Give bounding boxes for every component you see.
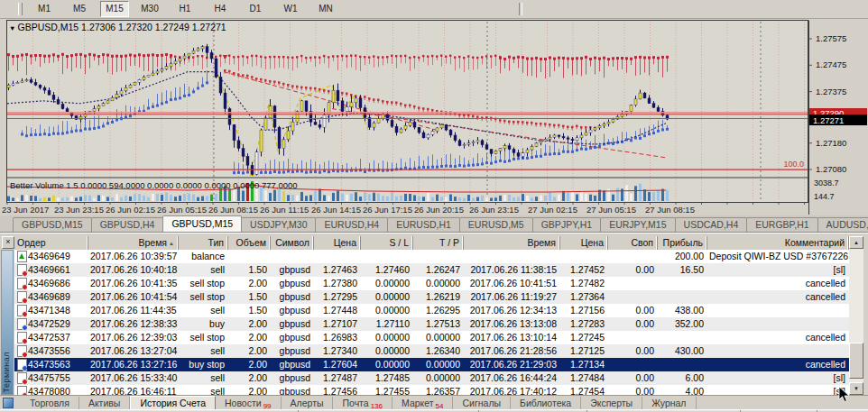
cell-type: sell stop (179, 331, 228, 344)
terminal-tab-алерты[interactable]: Алерты (282, 397, 334, 409)
svg-text:26 Jun 14:15: 26 Jun 14:15 (311, 205, 361, 215)
cell-tp: 0.00000 (413, 277, 464, 290)
column-header-2[interactable]: Тип (179, 236, 228, 250)
timeframe-button-h4[interactable]: H4 (206, 1, 235, 17)
terminal-tab-торговля[interactable]: Торговля (21, 397, 79, 409)
svg-text:1.27475: 1.27475 (816, 60, 846, 69)
toolbar-grip[interactable] (18, 3, 23, 15)
scroll-thumb[interactable] (849, 343, 863, 379)
terminal-dock-title: Терминал (2, 352, 13, 392)
cell-time2: 2017.06.26 11:19:27 (464, 290, 560, 304)
cell-price: 1.26983 (314, 331, 361, 344)
timeframe-buttons: M1M5M15M30H1H4D1W1MN (30, 1, 346, 17)
terminal-tab-сигналы[interactable]: Сигналы (453, 397, 511, 409)
terminal-dock-icon[interactable] (3, 398, 14, 408)
sell-order-icon (17, 278, 27, 289)
chart-tab-audusd-h1[interactable]: AUDUSD,H1 (817, 217, 868, 232)
svg-text:1.27375: 1.27375 (816, 87, 846, 96)
cell-comment: cancelled (707, 331, 849, 344)
terminal-tab-история-счета[interactable]: История Счета (130, 396, 216, 411)
svg-text:23 Jun 23:15: 23 Jun 23:15 (54, 205, 104, 215)
terminal-tab-маркет[interactable]: Маркет54 (392, 397, 453, 409)
cell-volume: 1.50 (228, 304, 271, 317)
history-row-43472537[interactable]: 434725372017.06.26 12:39:03sell stop2.00… (14, 331, 849, 344)
column-header-0[interactable]: Ордер (14, 236, 88, 250)
column-header-11[interactable]: Прибыль (658, 236, 707, 250)
history-row-43471348[interactable]: 434713482017.06.26 11:44:35sell1.50gbpus… (14, 304, 849, 317)
terminal-tab-активы[interactable]: Активы (79, 397, 131, 409)
cell-tp: 0.00000 (413, 371, 464, 385)
history-row-43469661[interactable]: 434696612017.06.26 10:40:18sell1.50gbpus… (14, 263, 849, 277)
history-row-43469689[interactable]: 434696892017.06.26 10:41:54sell stop1.50… (14, 290, 849, 304)
timeframe-button-mn[interactable]: MN (311, 1, 340, 17)
column-header-12[interactable]: Комментарий (707, 236, 849, 250)
history-row-43478080[interactable]: 434780802017.06.26 16:46:11sell2.00gbpus… (14, 385, 849, 395)
chart-canvas[interactable]: 100.0▼ GBPUSD,M15 1.27306 1.27320 1.2724… (0, 19, 868, 215)
column-header-1[interactable]: Время▲ (88, 236, 179, 250)
history-row-43473563[interactable]: 434735632017.06.26 13:27:16buy stop2.00g… (14, 358, 849, 371)
cell-sl: 1.27460 (361, 263, 413, 277)
chart-tab-bar: GBPUSD,M15GBPUSD,H4GBPUSD,M15USDJPY,M30E… (0, 215, 868, 233)
chart-tab-eurgbp-h1[interactable]: EURGBP,H1 (746, 217, 817, 232)
cell-tp (413, 250, 464, 263)
svg-text:23 Jun 2017: 23 Jun 2017 (2, 205, 49, 215)
column-header-3[interactable]: Объем (228, 236, 271, 250)
cell-type: sell stop (179, 277, 228, 290)
terminal-close-button[interactable]: × (2, 236, 14, 249)
chart-tab-gbpusd-m15[interactable]: GBPUSD,M15 (13, 217, 92, 232)
terminal-tab-новости[interactable]: Новости99 (216, 397, 282, 409)
time-axis[interactable]: 23 Jun 201723 Jun 23:1526 Jun 02:1526 Ju… (2, 203, 805, 215)
column-header-8[interactable]: Время (464, 236, 560, 250)
chart-tab-eurjpy-m15[interactable]: EURJPY,M15 (600, 217, 675, 232)
quote-info-line[interactable]: ▼ GBPUSD,M15 1.27306 1.27320 1.27249 1.2… (9, 22, 226, 32)
cell-swap (608, 250, 658, 263)
timeframe-button-d1[interactable]: D1 (241, 1, 270, 17)
buy-order-icon (17, 318, 27, 330)
chart-tab-gbpusd-h4[interactable]: GBPUSD,H4 (91, 217, 164, 232)
history-scrollbar[interactable]: ▲ ▼ (849, 236, 863, 395)
column-header-4[interactable]: Символ (271, 236, 314, 250)
cell-sl: 0.00000 (361, 358, 413, 371)
timeframe-button-m15[interactable]: M15 (100, 1, 129, 17)
cell-time: 2017.06.26 10:41:35 (88, 277, 179, 290)
chart-tab-eurusd-m5[interactable]: EURUSD,M5 (459, 217, 533, 232)
timeframe-button-m5[interactable]: M5 (65, 1, 94, 17)
cell-time2: 2017.06.26 17:40:12 (464, 385, 560, 395)
chart-tab-usdcad-h4[interactable]: USDCAD,H4 (675, 217, 748, 232)
history-row-43469686[interactable]: 434696862017.06.26 10:41:35sell stop2.00… (14, 277, 849, 290)
svg-text:26 Jun 23:15: 26 Jun 23:15 (469, 205, 519, 215)
chart-tab-usdjpy-m30[interactable]: USDJPY,M30 (241, 217, 316, 232)
chart-tab-eurusd-h1[interactable]: EURUSD,H1 (387, 217, 460, 232)
chart-tab-gbpusd-m15[interactable]: GBPUSD,M15 (162, 215, 242, 232)
column-header-9[interactable]: Цена (560, 236, 608, 250)
timeframe-button-w1[interactable]: W1 (276, 1, 305, 17)
terminal-tab-почта[interactable]: Почта136 (333, 397, 392, 409)
history-row-43473556[interactable]: 434735562017.06.26 13:27:04sell2.00gbpus… (14, 344, 849, 358)
cell-comment: cancelled (707, 358, 849, 371)
cell-comment (707, 304, 849, 317)
cell-profit (658, 277, 707, 290)
terminal-tab-эксперты[interactable]: Эксперты (581, 397, 642, 409)
cell-time2: 2017.06.26 21:28:56 (464, 344, 560, 358)
cell-time: 2017.06.26 13:27:16 (88, 358, 179, 371)
timeframe-button-m1[interactable]: M1 (30, 1, 59, 17)
scroll-down-button[interactable]: ▼ (849, 382, 863, 395)
terminal-tab-библиотека[interactable]: Библиотека (511, 397, 581, 409)
chart-tab-gbpjpy-h1[interactable]: GBPJPY,H1 (532, 217, 601, 232)
timeframe-button-m30[interactable]: M30 (135, 1, 164, 17)
terminal-tab-журнал[interactable]: Журнал (642, 397, 696, 409)
history-row-43469649[interactable]: 434696492017.06.26 10:39:57balance200.00… (14, 250, 849, 263)
timeframe-button-h1[interactable]: H1 (171, 1, 199, 17)
chart-tab-eurusd-h4[interactable]: EURUSD,H4 (315, 217, 388, 232)
history-row-43472529[interactable]: 434725292017.06.26 12:38:33buy2.00gbpusd… (14, 317, 849, 331)
cell-volume: 1.50 (228, 290, 271, 304)
scroll-up-button[interactable]: ▲ (849, 236, 863, 249)
terminal-dock-titlebar[interactable]: Терминал (1, 250, 14, 395)
cell-tp: 1.26295 (413, 304, 464, 317)
column-header-6[interactable]: S / L (361, 236, 413, 250)
column-header-7[interactable]: T / P (413, 236, 464, 250)
column-header-10[interactable]: Своп (608, 236, 658, 250)
history-row-43475755[interactable]: 434757552017.06.26 15:33:40sell2.00gbpus… (14, 371, 849, 385)
price-scale[interactable]: 1.275751.274751.273751.271801.270801.272… (809, 33, 867, 201)
column-header-5[interactable]: Цена (314, 236, 361, 250)
